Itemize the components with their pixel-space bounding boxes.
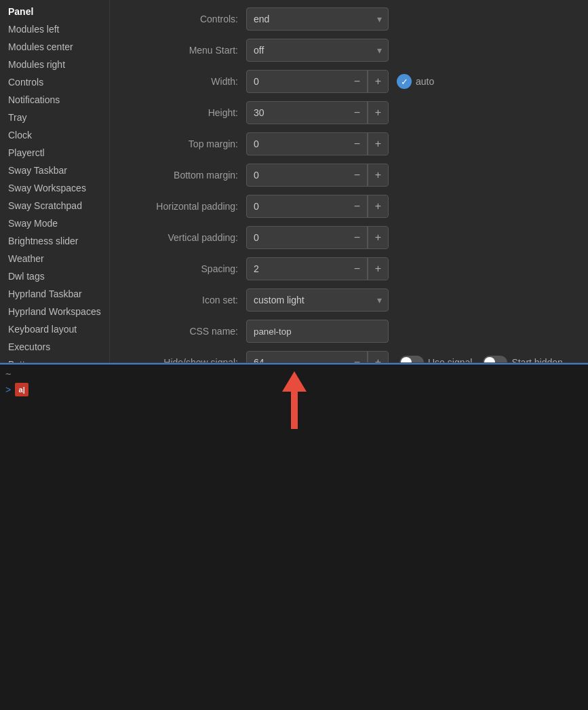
start-hidden-text: Start hidden (511, 357, 563, 362)
icon-set-row: Icon set: custom light custom dark defau… (121, 288, 577, 312)
hide-show-label: Hide/show signal: (121, 357, 246, 362)
bottom-margin-number-control: 0 − + (246, 164, 389, 187)
icon-set-label: Icon set: (121, 295, 246, 305)
controls-label: Controls: (121, 14, 246, 24)
main-content: Controls: end start center Menu Start: (110, 0, 588, 362)
width-label: Width: (121, 76, 246, 87)
sidebar-item-clock[interactable]: Clock (0, 126, 109, 144)
bottom-margin-increment-button[interactable]: + (368, 164, 388, 187)
top-margin-label: Top margin: (121, 138, 246, 149)
menu-start-label: Menu Start: (121, 45, 246, 56)
top-panel: Panel Modules left Modules center Module… (0, 0, 588, 363)
spacing-control: 2 − + (246, 257, 577, 280)
auto-check-icon: ✓ (397, 74, 412, 89)
spacing-label: Spacing: (121, 263, 246, 274)
terminal-icon: a| (15, 383, 28, 396)
css-name-input[interactable] (246, 320, 389, 343)
sidebar-item-sway-mode[interactable]: Sway Mode (0, 214, 109, 232)
icon-set-control: custom light custom dark default (246, 288, 577, 312)
use-signal-toggle-label[interactable]: Use signal (399, 356, 472, 362)
auto-label: auto (416, 76, 434, 87)
icon-set-dropdown-wrapper: custom light custom dark default (246, 288, 389, 312)
menu-start-control: off on (246, 39, 577, 62)
hide-show-value: 64 (247, 354, 347, 362)
sidebar-item-sway-workspaces[interactable]: Sway Workspaces (0, 179, 109, 197)
width-value: 0 (247, 73, 347, 90)
arrow-shaft (291, 392, 298, 429)
top-margin-value: 0 (247, 135, 347, 153)
top-margin-row: Top margin: 0 − + (121, 132, 577, 156)
red-arrow-overlay (282, 371, 307, 429)
spacing-row: Spacing: 2 − + (121, 257, 577, 281)
horizontal-padding-decrement-button[interactable]: − (347, 195, 368, 218)
menu-start-dropdown[interactable]: off on (246, 39, 389, 62)
bottom-margin-decrement-button[interactable]: − (347, 164, 368, 187)
sidebar-item-buttons[interactable]: Buttons (0, 356, 109, 362)
sidebar-item-playerctl[interactable]: Playerctl (0, 144, 109, 162)
vertical-padding-control: 0 − + (246, 226, 577, 249)
top-margin-decrement-button[interactable]: − (347, 132, 368, 155)
spacing-decrement-button[interactable]: − (347, 257, 368, 280)
controls-control: end start center (246, 7, 577, 31)
height-increment-button[interactable]: + (368, 101, 388, 124)
horizontal-padding-number-control: 0 − + (246, 195, 389, 218)
sidebar-item-hyprland-workspaces[interactable]: Hyprland Workspaces (0, 303, 109, 320)
sidebar-item-notifications[interactable]: Notifications (0, 91, 109, 109)
vertical-padding-value: 0 (247, 229, 347, 246)
start-hidden-toggle-label[interactable]: Start hidden (483, 356, 563, 362)
auto-badge: ✓ auto (397, 74, 434, 89)
css-name-label: CSS name: (121, 326, 246, 337)
css-name-row: CSS name: (121, 319, 577, 343)
sidebar-item-keyboard-layout[interactable]: Keyboard layout (0, 320, 109, 338)
sidebar-item-dwl-tags[interactable]: Dwl tags (0, 267, 109, 285)
sidebar-item-executors[interactable]: Executors (0, 338, 109, 356)
top-margin-control: 0 − + (246, 132, 577, 155)
height-row: Height: 30 − + (121, 100, 577, 125)
menu-start-row: Menu Start: off on (121, 38, 577, 62)
height-decrement-button[interactable]: − (347, 101, 368, 124)
controls-row: Controls: end start center (121, 7, 577, 31)
width-increment-button[interactable]: + (368, 70, 388, 93)
start-hidden-toggle[interactable] (483, 356, 507, 362)
height-control: 30 − + (246, 101, 577, 124)
css-name-control (246, 320, 577, 343)
sidebar-item-tray[interactable]: Tray (0, 109, 109, 126)
use-signal-text: Use signal (428, 357, 472, 362)
horizontal-padding-increment-button[interactable]: + (368, 195, 388, 218)
sidebar-item-brightness-slider[interactable]: Brightness slider (0, 232, 109, 250)
sidebar-item-panel[interactable]: Panel (0, 3, 109, 20)
vertical-padding-row: Vertical padding: 0 − + (121, 225, 577, 250)
width-decrement-button[interactable]: − (347, 70, 368, 93)
height-label: Height: (121, 107, 246, 118)
horizontal-padding-control: 0 − + (246, 195, 577, 218)
height-number-control: 30 − + (246, 101, 389, 124)
use-signal-toggle[interactable] (399, 356, 424, 362)
spacing-number-control: 2 − + (246, 257, 389, 280)
spacing-increment-button[interactable]: + (368, 257, 388, 280)
terminal-prompt-arrow: > (5, 384, 11, 395)
sidebar-item-modules-right[interactable]: Modules right (0, 56, 109, 73)
sidebar-item-sway-taskbar[interactable]: Sway Taskbar (0, 162, 109, 179)
controls-dropdown[interactable]: end start center (246, 7, 389, 31)
sidebar-item-modules-center[interactable]: Modules center (0, 38, 109, 56)
spacing-value: 2 (247, 260, 347, 278)
icon-set-dropdown[interactable]: custom light custom dark default (246, 288, 389, 312)
hide-show-increment-button[interactable]: + (368, 351, 388, 362)
vertical-padding-increment-button[interactable]: + (368, 226, 388, 249)
sidebar-item-hyprland-taskbar[interactable]: Hyprland Taskbar (0, 285, 109, 303)
horizontal-padding-value: 0 (247, 198, 347, 215)
vertical-padding-label: Vertical padding: (121, 232, 246, 243)
hide-show-row: Hide/show signal: 64 − + Use signal (121, 350, 577, 362)
bottom-margin-control: 0 − + (246, 164, 577, 187)
vertical-padding-decrement-button[interactable]: − (347, 226, 368, 249)
top-margin-number-control: 0 − + (246, 132, 389, 155)
sidebar-item-controls[interactable]: Controls (0, 73, 109, 91)
sidebar-item-weather[interactable]: Weather (0, 250, 109, 267)
sidebar-item-modules-left[interactable]: Modules left (0, 20, 109, 38)
sidebar-item-sway-scratchpad[interactable]: Sway Scratchpad (0, 197, 109, 214)
bottom-margin-row: Bottom margin: 0 − + (121, 163, 577, 187)
hide-show-decrement-button[interactable]: − (347, 351, 368, 362)
top-margin-increment-button[interactable]: + (368, 132, 388, 155)
hide-show-control: 64 − + Use signal Start hidden (246, 351, 577, 362)
terminal-area: ~ > a| (0, 363, 588, 710)
